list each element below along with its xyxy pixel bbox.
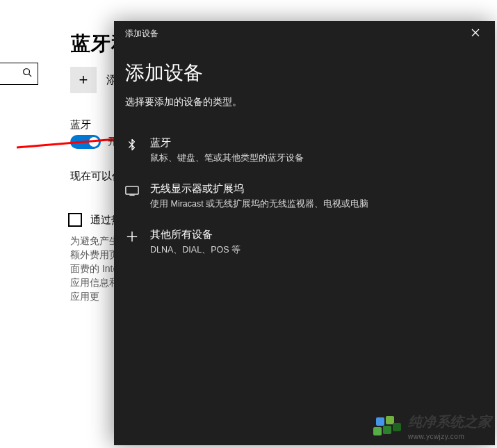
option-desc: DLNA、DIAL、POS 等	[150, 244, 241, 256]
option-everything-else[interactable]: 其他所有设备 DLNA、DIAL、POS 等	[125, 220, 484, 266]
option-label: 其他所有设备	[150, 228, 241, 241]
svg-line-1	[29, 74, 32, 77]
dialog-title: 添加设备	[125, 60, 484, 86]
search-icon	[22, 67, 32, 80]
close-icon	[471, 27, 480, 40]
dialog-header-title: 添加设备	[125, 28, 158, 40]
plus-icon: +	[70, 67, 97, 93]
add-device-dialog: 添加设备 添加设备 选择要添加的设备的类型。 蓝牙	[114, 21, 495, 445]
dialog-subtitle: 选择要添加的设备的类型。	[125, 96, 484, 109]
bluetooth-toggle[interactable]	[70, 135, 101, 149]
bluetooth-icon	[125, 138, 139, 152]
device-type-list: 蓝牙 鼠标、键盘、笔或其他类型的蓝牙设备 无线显示器或扩展坞 使用 Miraca…	[125, 128, 484, 266]
search-input[interactable]	[0, 63, 38, 85]
svg-point-0	[24, 69, 30, 75]
display-icon	[125, 184, 139, 198]
option-wireless-display[interactable]: 无线显示器或扩展坞 使用 Miracast 或无线扩展坞的无线监视器、电视或电脑	[125, 174, 484, 220]
dialog-body: 添加设备 选择要添加的设备的类型。 蓝牙 鼠标、键盘、笔或其他类型的蓝牙设备	[114, 46, 495, 266]
dialog-header: 添加设备	[114, 21, 495, 46]
option-label: 蓝牙	[150, 136, 304, 150]
close-button[interactable]	[466, 24, 485, 43]
plus-icon	[125, 230, 139, 243]
bluetooth-section-label: 蓝牙	[70, 118, 91, 131]
option-desc: 鼠标、键盘、笔或其他类型的蓝牙设备	[150, 152, 304, 164]
option-label: 无线显示器或扩展坞	[150, 182, 368, 195]
option-bluetooth[interactable]: 蓝牙 鼠标、键盘、笔或其他类型的蓝牙设备	[125, 128, 484, 174]
add-device-shortcut[interactable]: + 添	[70, 67, 117, 93]
checkbox-icon	[68, 213, 82, 227]
svg-rect-6	[126, 186, 138, 194]
option-desc: 使用 Miracast 或无线扩展坞的无线监视器、电视或电脑	[150, 198, 368, 210]
bluetooth-toggle-row: 开	[70, 135, 117, 149]
